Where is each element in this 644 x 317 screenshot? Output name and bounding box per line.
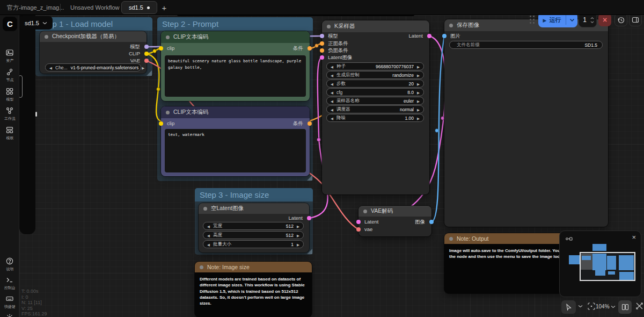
widget-seed[interactable]: 种子966880700776037 bbox=[326, 62, 424, 70]
workflow-selector[interactable]: sd1.5 bbox=[19, 16, 53, 30]
minimap-toggle-button[interactable] bbox=[618, 300, 632, 314]
next-arrow-icon[interactable] bbox=[417, 73, 420, 78]
new-tab-button[interactable]: + bbox=[159, 3, 169, 12]
sidebar-item-help[interactable]: 说明 bbox=[0, 257, 19, 272]
sidebar-item-console[interactable]: 控制台 bbox=[0, 276, 19, 291]
next-arrow-icon[interactable] bbox=[417, 116, 420, 121]
tab-workflow-active[interactable]: sd1.5 bbox=[121, 1, 157, 14]
port-image-output[interactable] bbox=[429, 220, 434, 224]
history-button[interactable] bbox=[614, 13, 627, 26]
node-header[interactable]: VAE解码 bbox=[358, 206, 431, 217]
minimap-panel[interactable]: × bbox=[559, 230, 641, 297]
collapse-dot-icon[interactable] bbox=[363, 210, 367, 213]
comfyui-logo[interactable]: C bbox=[3, 17, 17, 31]
sidebar-item-templates[interactable]: 模板 bbox=[0, 126, 19, 141]
next-arrow-icon[interactable] bbox=[142, 65, 144, 70]
next-arrow-icon[interactable] bbox=[417, 81, 420, 87]
minimap-close-icon[interactable]: × bbox=[632, 233, 636, 241]
toggle-panel-button[interactable] bbox=[629, 13, 642, 26]
pointer-tool-button[interactable] bbox=[561, 300, 576, 314]
widget-height[interactable]: 高度512 bbox=[203, 231, 304, 239]
next-arrow-icon[interactable] bbox=[417, 90, 420, 95]
next-arrow-icon[interactable] bbox=[417, 107, 420, 112]
port-cond-output[interactable] bbox=[308, 46, 312, 51]
sidebar-item-shortcuts[interactable]: 快捷键 bbox=[0, 294, 19, 309]
port-latent-input[interactable] bbox=[320, 55, 324, 60]
stepper-arrows[interactable] bbox=[590, 17, 594, 23]
port-latent-output[interactable] bbox=[427, 34, 431, 38]
collapse-dot-icon[interactable] bbox=[327, 25, 331, 28]
minimap-viewport[interactable] bbox=[580, 252, 635, 281]
node-checkpoint-loader[interactable]: Checkpoint加载器（简易） 模型 CLIP VAE Che... v1-… bbox=[40, 31, 147, 74]
node-empty-latent[interactable]: 空Latent图像 Latent 宽度512 高度512 批量大小1 bbox=[199, 203, 309, 253]
port-vae-output[interactable] bbox=[144, 59, 149, 63]
prompt-textarea[interactable]: text, watermark bbox=[165, 129, 306, 172]
widget-width[interactable]: 宽度512 bbox=[203, 222, 304, 230]
widget-scheduler[interactable]: 调度器normal bbox=[326, 105, 424, 113]
node-note-image-size[interactable]: Note: Image size Different models are tr… bbox=[195, 262, 312, 317]
prev-arrow-icon[interactable] bbox=[331, 73, 333, 78]
group-resize-handle[interactable] bbox=[147, 70, 152, 76]
port-clip-input[interactable] bbox=[159, 46, 163, 51]
node-header[interactable]: 空Latent图像 bbox=[199, 203, 309, 214]
next-arrow-icon[interactable] bbox=[417, 98, 420, 104]
node-clip-encode-positive[interactable]: CLIP文本编码 clip 条件 beautiful scenery natur… bbox=[161, 31, 310, 101]
sidebar-item-models[interactable]: 模型 bbox=[0, 87, 19, 102]
port-model-output[interactable] bbox=[144, 45, 149, 49]
collapse-dot-icon[interactable] bbox=[203, 207, 207, 211]
node-save-image[interactable]: 保存图像 图片 文件名前缀 SD1.5 bbox=[444, 19, 608, 227]
group-resize-handle[interactable] bbox=[307, 175, 312, 181]
node-ksampler[interactable]: K采样器 模型 正面条件 负面条件 Latent图像 Latent 种子9668… bbox=[322, 20, 429, 194]
node-header[interactable]: K采样器 bbox=[322, 20, 429, 32]
next-arrow-icon[interactable] bbox=[297, 224, 299, 229]
widget-batch-size[interactable]: 批量大小1 bbox=[203, 240, 304, 248]
node-clip-encode-negative[interactable]: CLIP文本编码 clip 条件 text, watermark bbox=[161, 106, 310, 176]
port-positive-input[interactable] bbox=[320, 41, 324, 46]
port-vae-input[interactable] bbox=[356, 227, 361, 232]
prompt-textarea[interactable]: beautiful scenery nature glass bottle la… bbox=[165, 55, 306, 97]
node-header[interactable]: CLIP文本编码 bbox=[161, 106, 310, 118]
node-header[interactable]: CLIP文本编码 bbox=[161, 31, 310, 43]
collapse-dot-icon[interactable] bbox=[166, 35, 170, 39]
chevron-up-icon[interactable] bbox=[590, 17, 594, 19]
toolbar-drag-handle[interactable] bbox=[530, 16, 535, 24]
prev-arrow-icon[interactable] bbox=[207, 233, 210, 238]
collapse-dot-icon[interactable] bbox=[45, 35, 48, 39]
group-step1-header[interactable]: Step 1 - Load model bbox=[35, 17, 152, 31]
group-step3-header[interactable]: Step 3 - Image size bbox=[195, 188, 313, 201]
widget-steps[interactable]: 步数20 bbox=[326, 80, 424, 88]
chevron-down-icon[interactable] bbox=[590, 21, 594, 23]
prev-arrow-icon[interactable] bbox=[331, 116, 333, 121]
widget-denoise[interactable]: 降噪1.00 bbox=[326, 114, 424, 122]
port-model-input[interactable] bbox=[320, 34, 324, 38]
widget-checkpoint-name[interactable]: Che... v1-5-pruned-emaonly.safetensors bbox=[45, 63, 141, 71]
port-image-input[interactable] bbox=[442, 34, 447, 38]
sidebar-item-assets[interactable]: 资产 bbox=[0, 48, 19, 63]
next-arrow-icon[interactable] bbox=[417, 64, 420, 69]
zoom-chevron[interactable] bbox=[611, 305, 616, 308]
widget-filename-prefix[interactable]: 文件名前缀 SD1.5 bbox=[449, 41, 603, 49]
prev-arrow-icon[interactable] bbox=[207, 224, 210, 229]
port-cond-output[interactable] bbox=[308, 121, 312, 126]
port-clip-output[interactable] bbox=[144, 52, 149, 56]
sidebar-item-settings[interactable]: 设置 bbox=[0, 313, 19, 317]
port-negative-input[interactable] bbox=[320, 48, 324, 53]
sidebar-item-workflows[interactable]: 工作流 bbox=[0, 106, 19, 121]
node-header[interactable]: Checkpoint加载器（简易） bbox=[40, 31, 147, 42]
node-header[interactable]: Note: Image size bbox=[195, 262, 312, 272]
toggle-links-icon[interactable] bbox=[635, 302, 643, 310]
zoom-level[interactable]: 104% bbox=[596, 304, 610, 309]
collapse-dot-icon[interactable] bbox=[166, 111, 170, 114]
collapse-dot-icon[interactable] bbox=[200, 265, 203, 269]
collapse-dot-icon[interactable] bbox=[449, 237, 453, 241]
next-arrow-icon[interactable] bbox=[297, 233, 299, 238]
widget-cfg[interactable]: cfg8.0 bbox=[326, 88, 424, 96]
port-latent-output[interactable] bbox=[307, 216, 311, 220]
prev-arrow-icon[interactable] bbox=[331, 90, 333, 95]
port-latent-input[interactable] bbox=[356, 220, 361, 224]
collapse-dot-icon[interactable] bbox=[449, 24, 453, 27]
sidebar-item-nodes[interactable]: 节点 bbox=[0, 68, 19, 83]
group-step2-header[interactable]: Step 2 - Prompt bbox=[157, 17, 313, 31]
prev-arrow-icon[interactable] bbox=[207, 242, 210, 247]
prev-arrow-icon[interactable] bbox=[331, 98, 333, 104]
